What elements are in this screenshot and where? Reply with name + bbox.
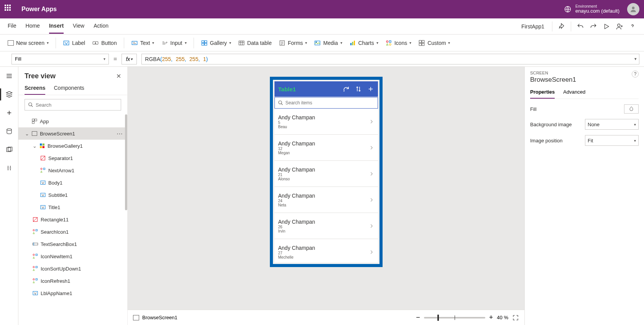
media-button[interactable]: Media▾ [314,40,342,46]
zoom-slider[interactable] [424,317,485,318]
tree-node-iconnew[interactable]: IconNewItem1 [18,250,127,262]
rail-media-icon[interactable] [5,145,14,154]
formula-input[interactable]: RGBA(255, 255, 255, 1) ▾ [141,54,639,64]
play-icon[interactable] [603,23,610,30]
preview-search-input[interactable] [286,100,375,106]
forms-button[interactable]: Forms▾ [279,40,307,46]
custom-button[interactable]: Custom▾ [418,40,450,46]
button-button[interactable]: Button [92,40,117,46]
environment-picker[interactable]: Environment enayu.com (default) [564,4,619,14]
device-preview[interactable]: Table1 Andy Champan 5 Beau Andy Champan … [270,77,383,267]
tree-node-nextarrow[interactable]: NextArrow1 [18,164,127,177]
add-icon[interactable] [367,86,374,92]
label-button[interactable]: Label [63,40,85,46]
sort-icon[interactable] [355,86,362,92]
tree-search-input[interactable] [36,102,118,108]
share-icon[interactable] [616,23,623,30]
app-launcher-icon[interactable] [5,5,14,14]
list-item[interactable]: Andy Champan 27 Mechelle [274,239,378,262]
gallery-button[interactable]: Gallery▾ [201,40,231,46]
tree-node-lblappname[interactable]: LblAppName1 [18,287,127,299]
redo-icon[interactable] [590,23,597,30]
tree-node-textsearch[interactable]: TextSearchBox1 [18,238,127,250]
icons-button[interactable]: Icons▾ [385,40,411,46]
fit-screen-icon[interactable] [512,314,519,321]
imgpos-select[interactable]: Fit▾ [585,135,639,146]
tree-node-rectangle[interactable]: Rectangle11 [18,213,127,226]
list-item[interactable]: Andy Champan 26 Irvin [274,213,378,239]
datatable-button[interactable]: Data table [238,40,272,46]
list-item[interactable]: Andy Champan 12 Megan [274,135,378,161]
tree-search[interactable] [25,99,121,111]
rail-insert-icon[interactable] [5,108,14,117]
svg-point-49 [33,279,34,280]
tree-node-app[interactable]: App [18,115,127,127]
user-avatar[interactable] [627,3,639,15]
item-subtitle: 5 [278,120,374,125]
tab-advanced[interactable]: Advanced [563,89,585,99]
rail-data-icon[interactable] [5,127,14,136]
svg-rect-37 [43,168,45,170]
undo-icon[interactable] [577,23,584,30]
svg-point-2 [618,24,620,26]
svg-rect-33 [40,146,42,148]
menu-view[interactable]: View [73,19,84,34]
tree-node-gallery[interactable]: ⌄BrowseGallery1 [18,140,127,152]
tree-node-subtitle[interactable]: Subtitle1 [18,189,127,201]
app-name[interactable]: FirstApp1 [521,23,544,30]
chevron-right-icon[interactable] [369,197,374,203]
tree-node-iconsort[interactable]: IconSortUpDown1 [18,262,127,275]
help-icon[interactable] [629,23,636,30]
svg-rect-32 [43,144,44,145]
fill-color-picker[interactable] [624,104,639,114]
chevron-right-icon[interactable] [369,249,374,255]
list-item[interactable]: Andy Champan 5 Beau [274,109,378,135]
menu-file[interactable]: File [8,19,16,34]
menu-action[interactable]: Action [94,19,108,34]
fx-button[interactable]: fx▾ [122,54,137,64]
charts-button[interactable]: Charts▾ [349,40,378,46]
list-item[interactable]: Andy Champan 21 Alonso [274,161,378,187]
tree-scrollbar[interactable] [124,114,127,256]
expand-formula-icon[interactable]: ▾ [634,56,637,61]
tab-components[interactable]: Components [54,85,84,95]
svg-rect-22 [419,43,421,45]
close-icon[interactable]: ✕ [116,73,121,80]
tab-properties[interactable]: Properties [530,89,555,99]
tree-node-body[interactable]: Body1 [18,177,127,189]
property-selector[interactable]: Fill ▾ [12,54,109,64]
item-title: Andy Champan [278,167,374,173]
menu-insert[interactable]: Insert [49,19,64,34]
new-screen-button[interactable]: New screen▾ [8,40,49,46]
list-item[interactable]: Andy Champan 24 Neta [274,187,378,213]
tree-node-title[interactable]: Title1 [18,201,127,213]
prop-bgimage-label: Background image [530,122,572,127]
tree-node-browsescreen[interactable]: ⌄BrowseScreen1⋯ [18,127,127,140]
chevron-right-icon[interactable] [369,145,374,150]
tab-screens[interactable]: Screens [25,85,45,95]
more-icon[interactable]: ⋯ [117,130,123,137]
refresh-icon[interactable] [343,86,350,92]
menu-home[interactable]: Home [26,19,40,34]
zoom-out-icon[interactable]: − [416,313,420,322]
rail-treeview-icon[interactable] [5,90,14,99]
chevron-right-icon[interactable] [369,171,374,177]
tree-node-separator[interactable]: Separator1 [18,152,127,164]
chevron-right-icon[interactable] [369,119,374,124]
app-checker-icon[interactable] [558,23,565,30]
rail-tools-icon[interactable] [5,163,14,173]
canvas-footer: BrowseScreen1 − + 40 % [128,310,524,325]
chevron-right-icon[interactable] [369,223,374,229]
tree-node-iconrefresh[interactable]: IconRefresh1 [18,275,127,287]
svg-point-19 [389,43,391,45]
rail-hamburger-icon[interactable] [5,71,14,81]
bgimage-select[interactable]: None▾ [585,119,639,130]
environment-value: enayu.com (default) [575,8,619,14]
text-button[interactable]: Text▾ [131,40,154,46]
preview-search[interactable] [274,97,378,109]
tree-node-searchicon[interactable]: SearchIcon1 [18,226,127,238]
input-button[interactable]: Input▾ [161,40,186,46]
zoom-in-icon[interactable]: + [489,313,493,322]
forms-icon [279,40,286,46]
help-icon[interactable]: ? [632,71,639,78]
